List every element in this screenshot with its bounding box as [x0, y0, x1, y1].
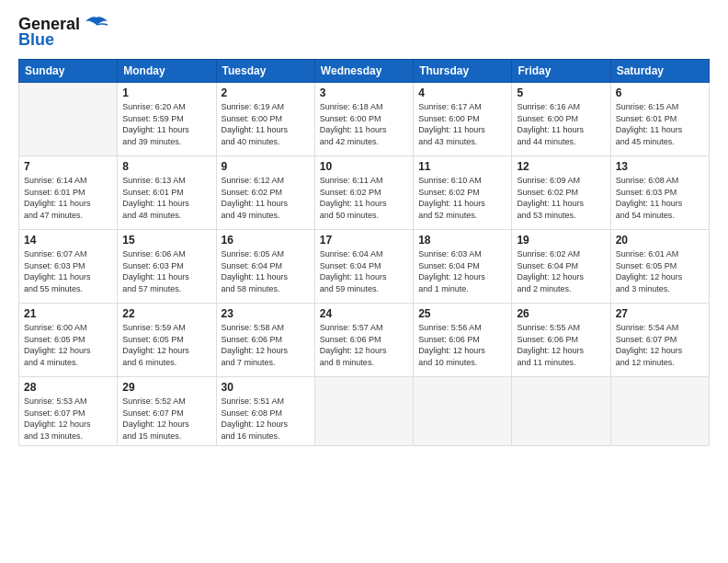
calendar-cell: 2Sunrise: 6:19 AMSunset: 6:00 PMDaylight… — [216, 83, 314, 156]
calendar-cell: 15Sunrise: 6:06 AMSunset: 6:03 PMDayligh… — [118, 230, 216, 304]
day-info: Sunrise: 6:08 AMSunset: 6:03 PMDaylight:… — [616, 175, 704, 221]
calendar-cell: 9Sunrise: 6:12 AMSunset: 6:02 PMDaylight… — [216, 156, 314, 230]
calendar-cell: 10Sunrise: 6:11 AMSunset: 6:02 PMDayligh… — [314, 156, 413, 230]
calendar-cell: 8Sunrise: 6:13 AMSunset: 6:01 PMDaylight… — [118, 156, 216, 230]
day-number: 15 — [122, 234, 210, 247]
day-info: Sunrise: 6:17 AMSunset: 6:00 PMDaylight:… — [418, 101, 506, 147]
day-number: 11 — [418, 160, 506, 173]
day-info: Sunrise: 6:06 AMSunset: 6:03 PMDaylight:… — [122, 248, 210, 294]
weekday-header-sunday: Sunday — [19, 60, 118, 83]
calendar-cell: 17Sunrise: 6:04 AMSunset: 6:04 PMDayligh… — [314, 230, 413, 304]
day-info: Sunrise: 6:20 AMSunset: 5:59 PMDaylight:… — [122, 101, 210, 147]
weekday-header-monday: Monday — [118, 60, 216, 83]
day-info: Sunrise: 5:58 AMSunset: 6:06 PMDaylight:… — [222, 322, 310, 368]
calendar-cell: 24Sunrise: 5:57 AMSunset: 6:06 PMDayligh… — [314, 304, 413, 377]
day-info: Sunrise: 6:09 AMSunset: 6:02 PMDaylight:… — [517, 175, 605, 221]
day-number: 29 — [122, 381, 210, 394]
calendar: SundayMondayTuesdayWednesdayThursdayFrid… — [18, 59, 710, 446]
weekday-header-wednesday: Wednesday — [314, 60, 413, 83]
calendar-week-row: 1Sunrise: 6:20 AMSunset: 5:59 PMDaylight… — [19, 83, 710, 156]
day-number: 13 — [616, 160, 704, 173]
calendar-cell: 27Sunrise: 5:54 AMSunset: 6:07 PMDayligh… — [610, 304, 709, 377]
day-number: 10 — [320, 160, 408, 173]
header: General Blue — [18, 15, 710, 50]
day-number: 18 — [418, 234, 506, 247]
calendar-cell — [314, 377, 413, 446]
weekday-header-friday: Friday — [512, 60, 610, 83]
day-number: 28 — [24, 381, 112, 394]
day-number: 12 — [517, 160, 605, 173]
day-info: Sunrise: 6:04 AMSunset: 6:04 PMDaylight:… — [320, 248, 408, 294]
calendar-cell: 5Sunrise: 6:16 AMSunset: 6:00 PMDaylight… — [512, 83, 610, 156]
day-number: 1 — [122, 86, 210, 99]
calendar-cell: 20Sunrise: 6:01 AMSunset: 6:05 PMDayligh… — [610, 230, 709, 304]
calendar-cell: 29Sunrise: 5:52 AMSunset: 6:07 PMDayligh… — [118, 377, 216, 446]
day-info: Sunrise: 5:57 AMSunset: 6:06 PMDaylight:… — [320, 322, 408, 368]
day-info: Sunrise: 5:54 AMSunset: 6:07 PMDaylight:… — [616, 322, 704, 368]
day-number: 24 — [320, 307, 408, 320]
logo: General Blue — [18, 15, 109, 50]
day-info: Sunrise: 6:07 AMSunset: 6:03 PMDaylight:… — [24, 248, 112, 294]
day-number: 30 — [222, 381, 310, 394]
calendar-cell: 25Sunrise: 5:56 AMSunset: 6:06 PMDayligh… — [414, 304, 512, 377]
calendar-cell: 18Sunrise: 6:03 AMSunset: 6:04 PMDayligh… — [414, 230, 512, 304]
calendar-week-row: 21Sunrise: 6:00 AMSunset: 6:05 PMDayligh… — [19, 304, 710, 377]
weekday-header-row: SundayMondayTuesdayWednesdayThursdayFrid… — [19, 60, 710, 83]
calendar-cell: 30Sunrise: 5:51 AMSunset: 6:08 PMDayligh… — [216, 377, 314, 446]
day-info: Sunrise: 6:01 AMSunset: 6:05 PMDaylight:… — [616, 248, 704, 294]
day-number: 8 — [122, 160, 210, 173]
day-info: Sunrise: 5:56 AMSunset: 6:06 PMDaylight:… — [418, 322, 506, 368]
day-info: Sunrise: 6:03 AMSunset: 6:04 PMDaylight:… — [418, 248, 506, 294]
calendar-cell: 4Sunrise: 6:17 AMSunset: 6:00 PMDaylight… — [414, 83, 512, 156]
day-number: 19 — [517, 234, 605, 247]
day-info: Sunrise: 6:10 AMSunset: 6:02 PMDaylight:… — [418, 175, 506, 221]
day-number: 20 — [616, 234, 704, 247]
day-number: 2 — [222, 86, 310, 99]
calendar-cell — [610, 377, 709, 446]
day-number: 21 — [24, 307, 112, 320]
weekday-header-saturday: Saturday — [610, 60, 709, 83]
day-info: Sunrise: 5:52 AMSunset: 6:07 PMDaylight:… — [122, 396, 210, 442]
calendar-cell — [414, 377, 512, 446]
calendar-cell: 21Sunrise: 6:00 AMSunset: 6:05 PMDayligh… — [19, 304, 118, 377]
day-info: Sunrise: 6:00 AMSunset: 6:05 PMDaylight:… — [24, 322, 112, 368]
calendar-cell: 28Sunrise: 5:53 AMSunset: 6:07 PMDayligh… — [19, 377, 118, 446]
calendar-week-row: 28Sunrise: 5:53 AMSunset: 6:07 PMDayligh… — [19, 377, 710, 446]
calendar-cell: 16Sunrise: 6:05 AMSunset: 6:04 PMDayligh… — [216, 230, 314, 304]
calendar-cell: 1Sunrise: 6:20 AMSunset: 5:59 PMDaylight… — [118, 83, 216, 156]
day-number: 27 — [616, 307, 704, 320]
day-info: Sunrise: 6:05 AMSunset: 6:04 PMDaylight:… — [222, 248, 310, 294]
day-number: 3 — [320, 86, 408, 99]
day-info: Sunrise: 6:19 AMSunset: 6:00 PMDaylight:… — [222, 101, 310, 147]
day-number: 7 — [24, 160, 112, 173]
logo-bird-icon — [84, 16, 109, 34]
day-info: Sunrise: 6:11 AMSunset: 6:02 PMDaylight:… — [320, 175, 408, 221]
day-info: Sunrise: 6:02 AMSunset: 6:04 PMDaylight:… — [517, 248, 605, 294]
day-number: 14 — [24, 234, 112, 247]
calendar-cell: 6Sunrise: 6:15 AMSunset: 6:01 PMDaylight… — [610, 83, 709, 156]
day-number: 25 — [418, 307, 506, 320]
day-info: Sunrise: 5:59 AMSunset: 6:05 PMDaylight:… — [122, 322, 210, 368]
calendar-cell: 12Sunrise: 6:09 AMSunset: 6:02 PMDayligh… — [512, 156, 610, 230]
calendar-week-row: 7Sunrise: 6:14 AMSunset: 6:01 PMDaylight… — [19, 156, 710, 230]
day-number: 17 — [320, 234, 408, 247]
day-info: Sunrise: 6:13 AMSunset: 6:01 PMDaylight:… — [122, 175, 210, 221]
day-number: 16 — [222, 234, 310, 247]
calendar-cell: 19Sunrise: 6:02 AMSunset: 6:04 PMDayligh… — [512, 230, 610, 304]
calendar-cell: 26Sunrise: 5:55 AMSunset: 6:06 PMDayligh… — [512, 304, 610, 377]
day-number: 22 — [122, 307, 210, 320]
page: General Blue SundayMondayTuesdayWednesda… — [0, 0, 728, 563]
weekday-header-thursday: Thursday — [414, 60, 512, 83]
calendar-cell: 22Sunrise: 5:59 AMSunset: 6:05 PMDayligh… — [118, 304, 216, 377]
day-number: 4 — [418, 86, 506, 99]
day-number: 23 — [222, 307, 310, 320]
day-info: Sunrise: 6:18 AMSunset: 6:00 PMDaylight:… — [320, 101, 408, 147]
day-info: Sunrise: 5:53 AMSunset: 6:07 PMDaylight:… — [24, 396, 112, 442]
day-info: Sunrise: 5:51 AMSunset: 6:08 PMDaylight:… — [222, 396, 310, 442]
day-number: 6 — [616, 86, 704, 99]
calendar-cell: 14Sunrise: 6:07 AMSunset: 6:03 PMDayligh… — [19, 230, 118, 304]
logo-blue-text: Blue — [18, 30, 54, 50]
day-info: Sunrise: 6:12 AMSunset: 6:02 PMDaylight:… — [222, 175, 310, 221]
calendar-cell: 7Sunrise: 6:14 AMSunset: 6:01 PMDaylight… — [19, 156, 118, 230]
calendar-cell: 11Sunrise: 6:10 AMSunset: 6:02 PMDayligh… — [414, 156, 512, 230]
